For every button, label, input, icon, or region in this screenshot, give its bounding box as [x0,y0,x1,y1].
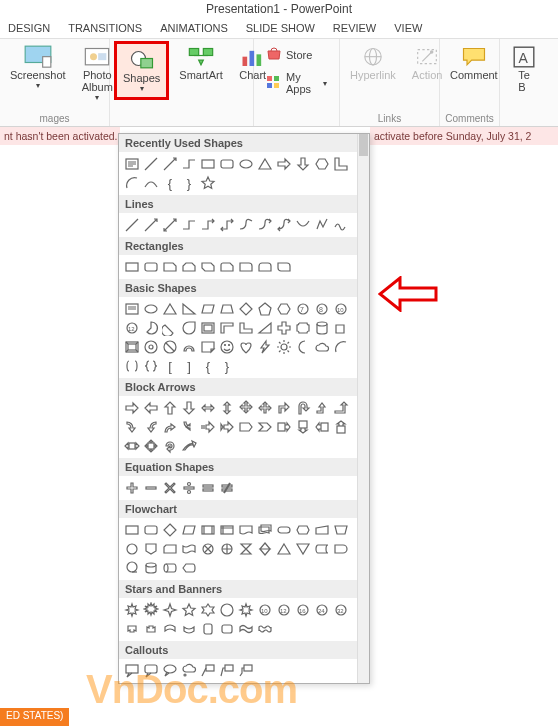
shape-scribble[interactable] [332,216,350,234]
shape-star7[interactable] [218,601,236,619]
hyperlink-button[interactable]: Hyperlink [344,41,402,85]
shape-arr-right[interactable] [123,399,141,417]
shape-fc-card[interactable] [161,540,179,558]
shape-rectangle[interactable] [199,155,217,173]
shape-textbox[interactable] [123,155,141,173]
shape-arr-quad-callout[interactable] [142,437,160,455]
tab-animations[interactable]: ANIMATIONS [160,22,228,34]
shape-arr-circular[interactable] [161,437,179,455]
shape-line-double-arrow[interactable] [161,216,179,234]
shape-connector[interactable] [180,155,198,173]
shape-arr-l-callout[interactable] [313,418,331,436]
shape-fc-manual-op[interactable] [332,521,350,539]
shape-wave[interactable] [237,620,255,638]
shape-heart[interactable] [237,338,255,356]
shape-curved-connector[interactable] [237,216,255,234]
shape-fc-delay[interactable] [332,540,350,558]
shape-ribbon-curved-down[interactable] [180,620,198,638]
shape-arr-lur[interactable] [256,399,274,417]
shape-equal[interactable] [199,479,217,497]
shape-plaque[interactable] [294,319,312,337]
shape-snip2diag[interactable] [199,258,217,276]
shape-elbow-double[interactable] [218,216,236,234]
shape-star24[interactable]: 24 [313,601,331,619]
shape-snipround[interactable] [218,258,236,276]
shape-star10[interactable]: 10 [256,601,274,619]
shape-donut[interactable] [142,338,160,356]
shape-diamond[interactable] [237,300,255,318]
shape-pie[interactable] [142,319,160,337]
shape-arr-pentagon[interactable] [237,418,255,436]
shape-noentry[interactable] [161,338,179,356]
shape-notequal[interactable] [218,479,236,497]
shape-diagonal[interactable] [256,319,274,337]
shape-can[interactable] [313,319,331,337]
myapps-button[interactable]: My Apps ▾ [262,69,331,97]
shape-explosion2[interactable] [142,601,160,619]
shape-fc-seq[interactable] [123,559,141,577]
shape-arr-curve-r[interactable] [123,418,141,436]
shape-arc2[interactable] [332,338,350,356]
shape-frame[interactable] [199,319,217,337]
shape-triangle[interactable] [256,155,274,173]
shape-round1[interactable] [237,258,255,276]
textbox-button[interactable]: A Te B [504,41,544,97]
shape-line-arrow[interactable] [142,216,160,234]
shape-arc[interactable] [123,174,141,192]
shape-fc-direct[interactable] [161,559,179,577]
shape-arr-bentup[interactable] [332,399,350,417]
shape-fc-extract[interactable] [275,540,293,558]
shape-scroll-h[interactable] [218,620,236,638]
shape-block-arc[interactable] [180,338,198,356]
shape-curve-open[interactable] [294,216,312,234]
smartart-button[interactable]: SmartArt [173,41,228,85]
shape-arr-u-callout[interactable] [332,418,350,436]
shape-arr-notched[interactable] [218,418,236,436]
shape-triangle2[interactable] [161,300,179,318]
shape-decagon[interactable]: 10 [332,300,350,318]
shape-double-wave[interactable] [256,620,274,638]
shape-pentagon[interactable] [256,300,274,318]
shape-plus[interactable] [123,479,141,497]
shape-fc-manual-input[interactable] [313,521,331,539]
shape-arr-ud[interactable] [218,399,236,417]
tab-view[interactable]: VIEW [394,22,422,34]
shape-scroll-v[interactable] [199,620,217,638]
shape-curved-arrow[interactable] [256,216,274,234]
shape-arr-curve-d[interactable] [180,418,198,436]
shape-arr-left[interactable] [142,399,160,417]
shape-sun[interactable] [275,338,293,356]
shape-elbow-arrow[interactable] [199,216,217,234]
shape-arr-bent[interactable] [275,399,293,417]
shape-smiley[interactable] [218,338,236,356]
shape-teardrop[interactable] [180,319,198,337]
shape-fc-offpage[interactable] [142,540,160,558]
shape-double-brace[interactable] [142,357,160,375]
shape-fc-document[interactable] [237,521,255,539]
shape-arr-chevron[interactable] [256,418,274,436]
shape-left-bracket[interactable]: [ [161,357,179,375]
shape-line-arrow[interactable] [161,155,179,173]
shape-fc-multidoc[interactable] [256,521,274,539]
shape-corner[interactable] [332,155,350,173]
shape-fc-process[interactable] [123,521,141,539]
shape-star8[interactable] [237,601,255,619]
shape-snip2same[interactable] [180,258,198,276]
shape-half-frame[interactable] [218,319,236,337]
shape-rect[interactable] [123,258,141,276]
shape-star6[interactable] [199,601,217,619]
tab-review[interactable]: REVIEW [333,22,376,34]
shape-ribbon-down[interactable] [142,620,160,638]
shape-folded-corner[interactable] [199,338,217,356]
shape-parallelogram[interactable] [199,300,217,318]
shape-bevel[interactable] [123,338,141,356]
shape-fc-predef[interactable] [199,521,217,539]
shape-lightning[interactable] [256,338,274,356]
shape-divide[interactable] [180,479,198,497]
shape-fc-internal[interactable] [218,521,236,539]
shape-star5[interactable] [180,601,198,619]
shape-heptagon[interactable]: 7 [294,300,312,318]
scrollbar[interactable] [357,134,369,683]
shape-minus[interactable] [142,479,160,497]
shape-snip1[interactable] [161,258,179,276]
